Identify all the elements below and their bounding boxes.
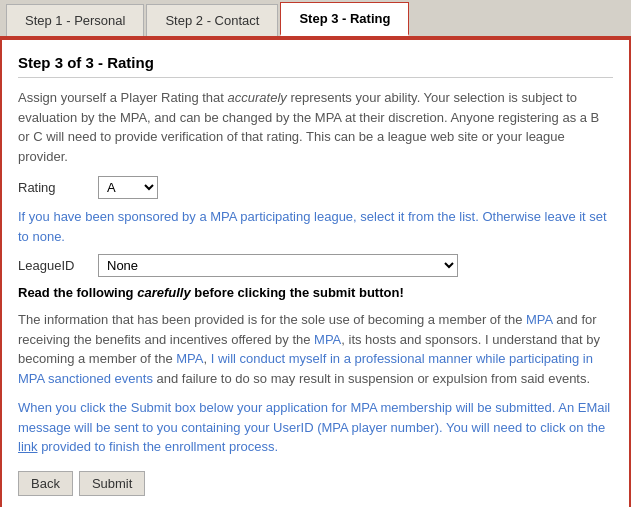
warning-bold: Read the following: [18, 285, 137, 300]
desc-part1: Assign yourself a Player Rating that: [18, 90, 228, 105]
body2-part2: provided to finish the enrollment proces…: [38, 439, 279, 454]
leagueid-select[interactable]: None League 1 League 2: [98, 254, 458, 277]
body1-content: The information that has been provided i…: [18, 312, 600, 386]
step-content: Step 3 of 3 - Rating Assign yourself a P…: [0, 38, 631, 507]
step-title: Step 3 of 3 - Rating: [18, 54, 613, 78]
league-info-text: If you have been sponsored by a MPA part…: [18, 207, 613, 246]
warning-rest: before clicking the submit button!: [191, 285, 404, 300]
body1-mpa3: MPA: [176, 351, 203, 366]
rating-select[interactable]: A B C: [98, 176, 158, 199]
rating-label: Rating: [18, 180, 98, 195]
button-row: Back Submit: [18, 471, 613, 496]
tab-personal[interactable]: Step 1 - Personal: [6, 4, 144, 36]
tab-bar: Step 1 - Personal Step 2 - Contact Step …: [0, 0, 631, 38]
body1-mpa1: MPA: [526, 312, 553, 327]
leagueid-label: LeagueID: [18, 258, 98, 273]
body-text-1: The information that has been provided i…: [18, 310, 613, 388]
back-button[interactable]: Back: [18, 471, 73, 496]
tab-contact[interactable]: Step 2 - Contact: [146, 4, 278, 36]
rating-row: Rating A B C: [18, 176, 613, 199]
body2-link[interactable]: link: [18, 439, 38, 454]
body1-mpa2: MPA: [314, 332, 341, 347]
leagueid-row: LeagueID None League 1 League 2: [18, 254, 613, 277]
submit-button[interactable]: Submit: [79, 471, 145, 496]
step-description: Assign yourself a Player Rating that acc…: [18, 88, 613, 166]
desc-em: accurately: [228, 90, 287, 105]
body-text-2: When you click the Submit box below your…: [18, 398, 613, 457]
warning-em: carefully: [137, 285, 190, 300]
warning-text: Read the following carefully before clic…: [18, 285, 613, 300]
body2-part1: When you click the Submit box below your…: [18, 400, 610, 435]
body1-i-will: I will conduct myself in a professional …: [18, 351, 593, 386]
tab-rating[interactable]: Step 3 - Rating: [280, 2, 409, 36]
